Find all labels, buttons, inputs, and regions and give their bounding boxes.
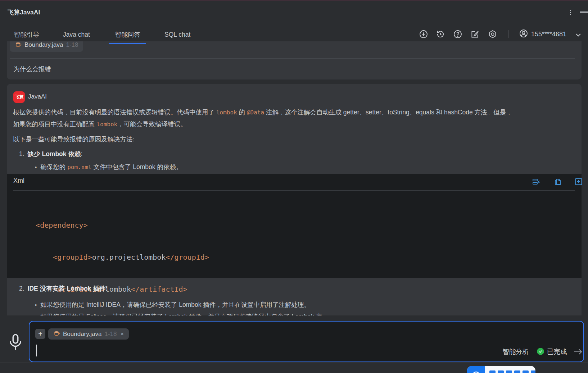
chip-close-icon[interactable]: × bbox=[120, 331, 124, 338]
composer-bar: + Boundary.java 1-18 × 智能分析 已完成 bbox=[0, 315, 588, 373]
java-file-icon bbox=[53, 330, 60, 338]
check-circle-icon bbox=[537, 348, 544, 355]
account-menu[interactable]: 155****4681 bbox=[519, 29, 566, 39]
promo-clipped-text bbox=[489, 370, 535, 373]
list-title: 缺少 Lombok 依赖 bbox=[28, 150, 81, 158]
new-chat-icon[interactable] bbox=[419, 29, 428, 39]
list-item-1: 1.缺少 Lombok 依赖: bbox=[19, 150, 82, 158]
assistant-paragraph-line: 根据您提供的代码，目前没有明显的语法错误或逻辑错误。代码中使用了 lombok … bbox=[13, 108, 512, 117]
app-title: 飞算JavaAI bbox=[8, 8, 40, 17]
code-language-label: Xml bbox=[13, 177, 24, 185]
account-number: 155****4681 bbox=[531, 31, 566, 38]
list-number: 2. bbox=[19, 285, 24, 292]
insert-code-icon[interactable] bbox=[532, 177, 540, 186]
clipped-promo-button[interactable] bbox=[467, 366, 535, 373]
code-header-divider bbox=[13, 190, 575, 191]
list-item-2: 2.IDE 没有安装 Lombok 插件: bbox=[19, 284, 107, 293]
list-title: IDE 没有安装 Lombok 插件 bbox=[28, 285, 106, 292]
bullet-item: •确保您的 pom.xml 文件中包含了 Lombok 的依赖。 bbox=[35, 163, 182, 171]
toolbar-divider bbox=[508, 30, 508, 38]
help-icon[interactable] bbox=[453, 29, 462, 39]
chip-file-name: Boundary.java bbox=[63, 331, 101, 338]
chip-line-range: 1-18 bbox=[104, 331, 117, 338]
assistant-paragraph-line: 如果您的项目中没有正确配置 lombok，可能会导致编译错误。 bbox=[13, 120, 187, 128]
kebab-menu-icon[interactable] bbox=[567, 9, 573, 16]
active-tab-underline bbox=[109, 43, 146, 44]
tab-smart-qa[interactable]: 智能问答 bbox=[115, 29, 140, 40]
tab-sql-chat[interactable]: SQL chat bbox=[164, 29, 190, 40]
bullet-item: •如果您使用的是 IntelliJ IDEA，请确保已经安装了 Lombok 插… bbox=[35, 300, 310, 309]
window-top-strip bbox=[0, 0, 588, 1]
message-input[interactable] bbox=[29, 321, 584, 362]
analysis-status-label: 智能分析 bbox=[502, 347, 529, 356]
microphone-icon[interactable] bbox=[8, 333, 23, 352]
minimize-icon[interactable] bbox=[580, 12, 588, 13]
app-header: 飞算JavaAI 智能引导 Java chat 智能问答 SQL chat bbox=[0, 0, 588, 41]
code-line: <groupId>org.projectlombok</groupId> bbox=[18, 252, 257, 263]
java-file-icon bbox=[15, 41, 22, 49]
tab-smart-guide[interactable]: 智能引导 bbox=[14, 29, 39, 40]
analysis-status-state: 已完成 bbox=[547, 347, 567, 356]
code-line: <dependency> bbox=[18, 220, 257, 231]
assistant-name: JavaAI bbox=[28, 93, 47, 100]
add-code-to-file-icon[interactable] bbox=[574, 177, 583, 186]
user-card-divider bbox=[10, 58, 575, 59]
promo-icon-area bbox=[467, 366, 485, 373]
settings-icon[interactable] bbox=[488, 29, 497, 39]
list-number: 1. bbox=[19, 150, 24, 158]
copy-code-icon[interactable] bbox=[553, 177, 562, 186]
assistant-paragraph: 以下是一些可能导致报错的原因及解决方法: bbox=[13, 135, 134, 144]
app-window: { "colors": { "accent": "#3574f0", "code… bbox=[0, 0, 588, 373]
assistant-avatar: 飞算 bbox=[13, 91, 25, 103]
chip-file-name: Boundary.java bbox=[24, 41, 63, 49]
history-icon[interactable] bbox=[436, 29, 445, 39]
send-button[interactable] bbox=[573, 348, 583, 355]
text-cursor bbox=[36, 345, 37, 356]
user-message-text: 为什么会报错 bbox=[13, 65, 51, 73]
feedback-edit-icon[interactable] bbox=[470, 29, 480, 39]
add-attachment-button[interactable]: + bbox=[35, 329, 45, 339]
chevron-down-icon[interactable] bbox=[574, 30, 583, 40]
bottom-panel-divider bbox=[0, 363, 588, 363]
chip-line-range: 1-18 bbox=[66, 41, 78, 49]
user-avatar-icon bbox=[519, 29, 528, 40]
composer-file-chip[interactable]: Boundary.java 1-18 × bbox=[48, 328, 129, 340]
tab-java-chat[interactable]: Java chat bbox=[63, 29, 90, 40]
